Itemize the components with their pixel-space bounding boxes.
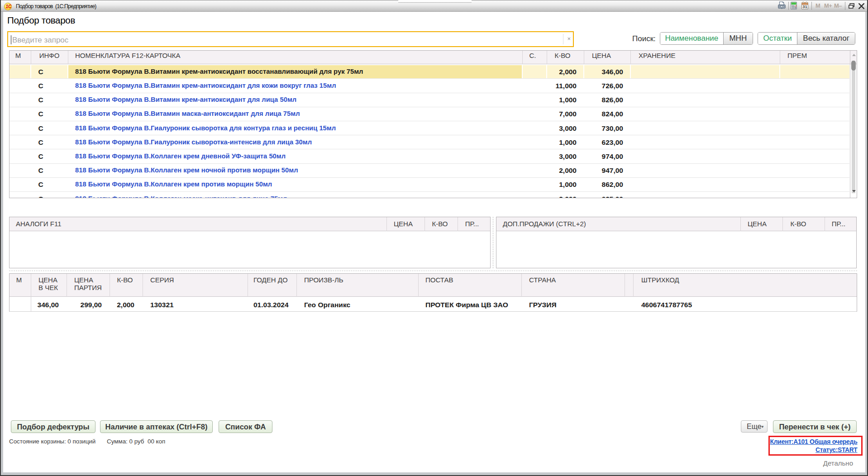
svg-text:31: 31 — [802, 4, 807, 9]
